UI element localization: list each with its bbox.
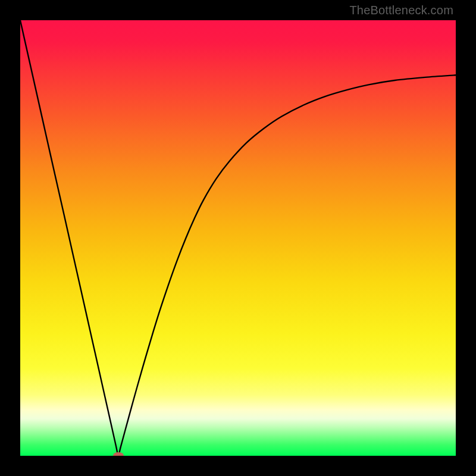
minimum-marker [113,452,124,456]
bottleneck-curve [20,20,456,456]
chart-stage: TheBottleneck.com [0,0,476,476]
plot-area [20,20,456,456]
curve-layer [20,20,456,456]
watermark-text: TheBottleneck.com [349,4,453,17]
